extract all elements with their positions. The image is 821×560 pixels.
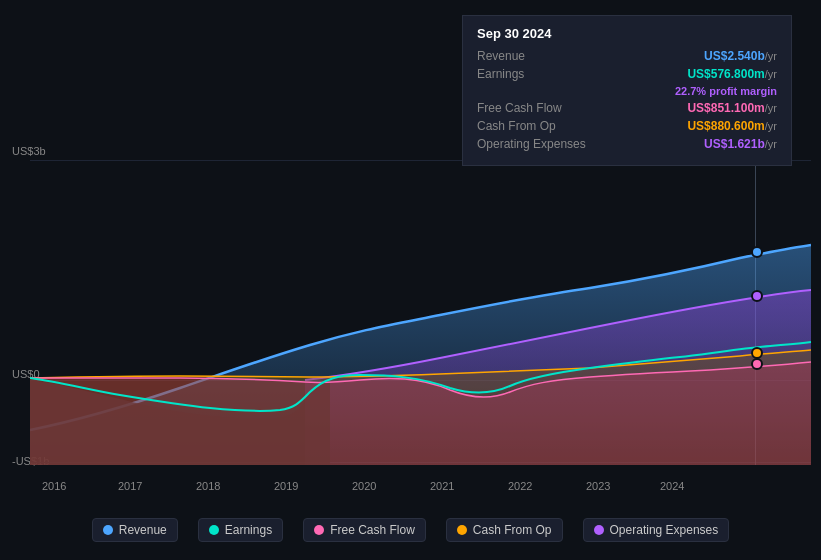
x-label-2024: 2024: [660, 480, 684, 492]
cashop-dot: [752, 348, 762, 358]
legend-fcf[interactable]: Free Cash Flow: [303, 518, 426, 542]
legend-label-fcf: Free Cash Flow: [330, 523, 415, 537]
tooltip-date: Sep 30 2024: [477, 26, 777, 41]
chart-svg: [30, 140, 811, 465]
tooltip-box: Sep 30 2024 Revenue US$2.540b/yr Earning…: [462, 15, 792, 166]
legend-cashop[interactable]: Cash From Op: [446, 518, 563, 542]
tooltip-opex-value: US$1.621b/yr: [704, 137, 777, 151]
legend-dot-cashop: [457, 525, 467, 535]
tooltip-fcf-row: Free Cash Flow US$851.100m/yr: [477, 101, 777, 115]
x-label-2020: 2020: [352, 480, 376, 492]
tooltip-opex-row: Operating Expenses US$1.621b/yr: [477, 137, 777, 151]
legend-label-earnings: Earnings: [225, 523, 272, 537]
legend-dot-revenue: [103, 525, 113, 535]
x-label-2022: 2022: [508, 480, 532, 492]
tooltip-opex-label: Operating Expenses: [477, 137, 597, 151]
tooltip-revenue-value: US$2.540b/yr: [704, 49, 777, 63]
legend-dot-fcf: [314, 525, 324, 535]
tooltip-revenue-row: Revenue US$2.540b/yr: [477, 49, 777, 63]
legend-dot-opex: [594, 525, 604, 535]
tooltip-revenue-label: Revenue: [477, 49, 597, 63]
tooltip-cashop-value: US$880.600m/yr: [687, 119, 777, 133]
tooltip-fcf-value: US$851.100m/yr: [687, 101, 777, 115]
legend-revenue[interactable]: Revenue: [92, 518, 178, 542]
opex-dot: [752, 291, 762, 301]
x-label-2016: 2016: [42, 480, 66, 492]
legend-label-revenue: Revenue: [119, 523, 167, 537]
tooltip-earnings-label: Earnings: [477, 67, 597, 81]
legend-earnings[interactable]: Earnings: [198, 518, 283, 542]
tooltip-cashop-row: Cash From Op US$880.600m/yr: [477, 119, 777, 133]
tooltip-earnings-row: Earnings US$576.800m/yr: [477, 67, 777, 81]
tooltip-cashop-label: Cash From Op: [477, 119, 597, 133]
x-label-2023: 2023: [586, 480, 610, 492]
legend-label-cashop: Cash From Op: [473, 523, 552, 537]
chart-container: Sep 30 2024 Revenue US$2.540b/yr Earning…: [0, 0, 821, 560]
tooltip-profit-margin: 22.7% profit margin: [477, 85, 777, 97]
fcf-dot: [752, 359, 762, 369]
legend-opex[interactable]: Operating Expenses: [583, 518, 730, 542]
x-label-2019: 2019: [274, 480, 298, 492]
x-label-2021: 2021: [430, 480, 454, 492]
tooltip-fcf-label: Free Cash Flow: [477, 101, 597, 115]
revenue-dot: [752, 247, 762, 257]
x-label-2017: 2017: [118, 480, 142, 492]
tooltip-earnings-value: US$576.800m/yr: [687, 67, 777, 81]
x-label-2018: 2018: [196, 480, 220, 492]
legend-label-opex: Operating Expenses: [610, 523, 719, 537]
chart-legend: Revenue Earnings Free Cash Flow Cash Fro…: [0, 518, 821, 542]
legend-dot-earnings: [209, 525, 219, 535]
